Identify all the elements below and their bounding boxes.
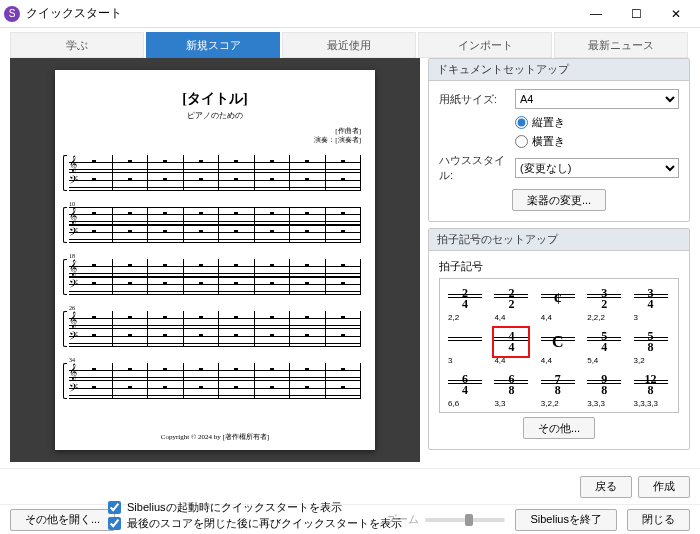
close-button[interactable]: 閉じる bbox=[627, 509, 690, 531]
tab-learn[interactable]: 学ぶ bbox=[10, 32, 144, 58]
paper-size-label: 用紙サイズ: bbox=[439, 92, 509, 107]
staff-system: 𝄞𝄢 bbox=[69, 155, 361, 191]
time-signature-label: 拍子記号 bbox=[439, 259, 679, 274]
change-instruments-button[interactable]: 楽器の変更... bbox=[512, 189, 606, 211]
time-signature-option[interactable]: 224,4 bbox=[494, 285, 530, 322]
window-title: クイックスタート bbox=[26, 5, 576, 22]
time-signature-option[interactable]: 983,3,3 bbox=[587, 371, 623, 408]
maximize-button[interactable]: ☐ bbox=[616, 2, 656, 26]
other-time-signature-button[interactable]: その他... bbox=[523, 417, 595, 439]
open-other-button[interactable]: その他を開く... bbox=[10, 509, 115, 531]
time-signature-option[interactable]: C4,4 bbox=[541, 328, 577, 365]
minimize-button[interactable]: — bbox=[576, 2, 616, 26]
score-preview: [タイトル] ピアノのための [作曲者] 演奏：[演奏者] 𝄞𝄢10𝄞𝄢18𝄞𝄢… bbox=[10, 58, 420, 462]
time-signature-option[interactable]: 545,4 bbox=[587, 328, 623, 365]
preview-page: [タイトル] ピアノのための [作曲者] 演奏：[演奏者] 𝄞𝄢10𝄞𝄢18𝄞𝄢… bbox=[55, 70, 375, 450]
score-meta: [作曲者] 演奏：[演奏者] bbox=[69, 127, 361, 145]
score-title: [タイトル] bbox=[69, 90, 361, 108]
staff-system: 18𝄞𝄢 bbox=[69, 253, 361, 295]
show-after-close-checkbox[interactable] bbox=[108, 517, 121, 530]
time-signature-option[interactable]: 783,2,2 bbox=[541, 371, 577, 408]
tab-import[interactable]: インポート bbox=[418, 32, 552, 58]
time-signature-option[interactable]: 322,2,2 bbox=[587, 285, 623, 322]
tab-news[interactable]: 最新ニュース bbox=[554, 32, 688, 58]
time-signature-option[interactable]: 3 bbox=[448, 328, 484, 365]
house-style-label: ハウススタイル: bbox=[439, 153, 509, 183]
paper-size-select[interactable]: A4 bbox=[515, 89, 679, 109]
exit-sibelius-button[interactable]: Sibeliusを終了 bbox=[515, 509, 617, 531]
staff-system: 10𝄞𝄢 bbox=[69, 201, 361, 243]
orientation-portrait-radio[interactable] bbox=[515, 116, 528, 129]
time-signature-option[interactable]: ¢4,4 bbox=[541, 285, 577, 322]
staff-system: 34𝄞𝄢 bbox=[69, 357, 361, 399]
zoom-slider[interactable] bbox=[425, 518, 505, 522]
document-setup-title: ドキュメントセットアップ bbox=[429, 59, 689, 81]
tab-new-score[interactable]: 新規スコア bbox=[146, 32, 280, 58]
score-subtitle: ピアノのための bbox=[69, 110, 361, 121]
time-signature-option[interactable]: 583,2 bbox=[634, 328, 670, 365]
time-signature-option[interactable]: 1283,3,3,3 bbox=[634, 371, 670, 408]
time-signature-option[interactable]: 646,6 bbox=[448, 371, 484, 408]
tab-recent[interactable]: 最近使用 bbox=[282, 32, 416, 58]
document-setup-group: ドキュメントセットアップ 用紙サイズ: A4 縦置き 横置き ハウススタイル: … bbox=[428, 58, 690, 222]
back-button[interactable]: 戻る bbox=[580, 476, 632, 498]
app-icon: S bbox=[4, 6, 20, 22]
time-signature-option[interactable]: 444,4 bbox=[494, 328, 530, 365]
staff-system: 26𝄞𝄢 bbox=[69, 305, 361, 347]
time-signature-option[interactable]: 683,3 bbox=[494, 371, 530, 408]
time-signature-setup-title: 拍子記号のセットアップ bbox=[429, 229, 689, 251]
time-signature-setup-group: 拍子記号のセットアップ 拍子記号 242,2224,4¢4,4322,2,234… bbox=[428, 228, 690, 450]
time-signature-option[interactable]: 343 bbox=[634, 285, 670, 322]
house-style-select[interactable]: (変更なし) bbox=[515, 158, 679, 178]
score-copyright: Copyright © 2024 by [著作権所有者] bbox=[55, 432, 375, 442]
show-on-startup-checkbox[interactable] bbox=[108, 501, 121, 514]
close-window-button[interactable]: ✕ bbox=[656, 2, 696, 26]
create-button[interactable]: 作成 bbox=[638, 476, 690, 498]
time-signature-option[interactable]: 242,2 bbox=[448, 285, 484, 322]
orientation-landscape-radio[interactable] bbox=[515, 135, 528, 148]
